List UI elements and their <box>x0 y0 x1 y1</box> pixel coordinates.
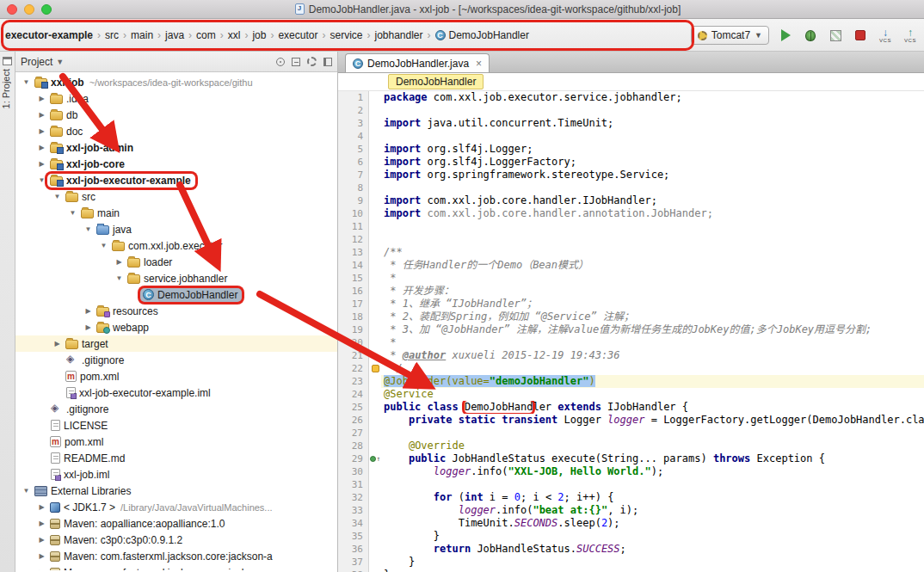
breadcrumb-item-jobhandler[interactable]: jobhandler <box>372 28 425 43</box>
tree-item-xxl-job-executor-example-iml[interactable]: xxl-job-executor-example.iml <box>15 384 337 401</box>
tree-item-doc[interactable]: ▶doc <box>15 123 337 139</box>
tree-item-maven-aopalliance-aopalliance-1-0[interactable]: ▶Maven: aopalliance:aopalliance:1.0 <box>15 515 337 532</box>
tree-expanded-icon[interactable]: ▼ <box>21 78 32 86</box>
code-editor[interactable]: 1package com.xxl.job.executor.service.jo… <box>338 91 924 572</box>
tree-item-xxl-job-core[interactable]: ▶xxl-job-core <box>15 156 337 172</box>
tree-item-src[interactable]: ▼src <box>15 188 337 205</box>
minimize-window-button[interactable] <box>24 4 34 15</box>
code-line-text[interactable]: for (int i = 0; i < 2; i++) { <box>381 491 924 504</box>
code-line-text[interactable]: TimeUnit.SECONDS.sleep(2); <box>381 517 924 530</box>
gear-icon[interactable] <box>307 57 317 66</box>
close-icon[interactable]: × <box>476 58 482 70</box>
tree-item-java[interactable]: ▼java <box>15 221 337 237</box>
code-line-16[interactable]: 16 * 开发步骤： <box>338 285 924 298</box>
breadcrumb-item-job[interactable]: job <box>249 28 268 43</box>
code-line-14[interactable]: 14 * 任务Handler的一个Demo（Bean模式） <box>338 259 924 272</box>
code-line-text[interactable]: @JobHander(value="demoJobHandler") <box>381 375 924 388</box>
code-line-text[interactable] <box>381 181 924 194</box>
tree-expanded-icon[interactable]: ▼ <box>67 209 78 217</box>
code-line-15[interactable]: 15 * <box>338 272 924 285</box>
code-line-text[interactable]: logger.info("beat at:{}", i); <box>381 504 924 517</box>
tree-item-xxl-job-executor-example[interactable]: ▼xxl-job-executor-example <box>15 172 337 188</box>
tree-collapsed-icon[interactable]: ▶ <box>36 569 47 570</box>
tree-item-jdk1-7[interactable]: ▶< JDK1.7 >/Library/Java/JavaVirtualMach… <box>15 499 337 515</box>
project-stripe-button[interactable]: 1: Project <box>1 69 15 108</box>
tree-expanded-icon[interactable]: ▼ <box>21 487 32 495</box>
tree-item-com-xxl-job-executor[interactable]: ▼com.xxl.job.executor <box>15 237 337 254</box>
code-line-text[interactable]: private static transient Logger logger =… <box>381 414 924 427</box>
tree-item-maven-com-fasterxml-jackson-core-jackson-c[interactable]: ▶Maven: com.fasterxml.jackson.core:jacks… <box>15 564 337 570</box>
code-line-text[interactable]: @Service <box>381 388 924 401</box>
code-line-text[interactable]: public JobHandleStatus execute(String...… <box>381 452 924 465</box>
code-line-text[interactable]: * 任务Handler的一个Demo（Bean模式） <box>381 259 924 272</box>
tree-collapsed-icon[interactable]: ▶ <box>36 127 47 135</box>
tree-item-gitignore[interactable]: .gitignore <box>15 401 337 417</box>
breadcrumb-item-service[interactable]: service <box>327 28 365 43</box>
code-line-33[interactable]: 33 logger.info("beat at:{}", i); <box>338 504 924 517</box>
code-line-text[interactable]: * 1、继承 “IJobHandler”； <box>381 298 924 311</box>
tree-expanded-icon[interactable]: ▼ <box>52 193 63 200</box>
code-line-text[interactable]: logger.info("XXL-JOB, Hello World."); <box>381 465 924 478</box>
tree-item-xxl-job-iml[interactable]: xxl-job.iml <box>15 466 337 483</box>
code-line-text[interactable]: } <box>381 569 924 572</box>
code-line-text[interactable]: @Override <box>381 440 924 452</box>
code-line-text[interactable]: return JobHandleStatus.SUCCESS; <box>381 543 924 556</box>
code-line-12[interactable]: 12 <box>338 233 924 246</box>
code-line-22[interactable]: 22 */ <box>338 362 924 375</box>
code-line-35[interactable]: 35 } <box>338 530 924 543</box>
code-line-20[interactable]: 20 * <box>338 336 924 349</box>
run-configuration-select[interactable]: Tomcat7 ▼ <box>691 26 769 45</box>
tree-item-resources[interactable]: ▶resources <box>15 303 337 319</box>
code-line-28[interactable]: 28 @Override <box>338 440 924 452</box>
code-line-1[interactable]: 1package com.xxl.job.executor.service.jo… <box>338 91 924 104</box>
chevron-down-icon[interactable]: ▼ <box>56 58 64 66</box>
code-line-13[interactable]: 13/** <box>338 246 924 259</box>
code-line-25[interactable]: 25public class DemoJobHandler extends IJ… <box>338 401 924 414</box>
tree-item-maven-com-fasterxml-jackson-core-jackson-a[interactable]: ▶Maven: com.fasterxml.jackson.core:jacks… <box>15 548 337 564</box>
code-line-36[interactable]: 36 return JobHandleStatus.SUCCESS; <box>338 543 924 556</box>
tree-item-demojobhandler[interactable]: CDemoJobHandler <box>15 286 337 303</box>
code-line-text[interactable] <box>381 478 924 491</box>
code-line-text[interactable]: import org.slf4j.Logger; <box>381 143 924 156</box>
collapse-all-icon[interactable] <box>292 58 300 66</box>
code-line-11[interactable]: 11 <box>338 220 924 233</box>
tree-item-idea[interactable]: ▶.idea <box>15 90 337 107</box>
breadcrumb-item-executor-example[interactable]: executor-example <box>3 28 95 43</box>
code-line-text[interactable] <box>381 427 924 440</box>
tree-item-xxl-job[interactable]: ▼xxl-job~/workspaces/idea-git-workspace/… <box>15 74 337 90</box>
code-line-31[interactable]: 31 <box>338 478 924 491</box>
tree-collapsed-icon[interactable]: ▶ <box>36 95 47 102</box>
tree-item-external-libraries[interactable]: ▼External Libraries <box>15 483 337 499</box>
vcs-push-button[interactable]: ↑VCS <box>902 27 919 44</box>
tree-expanded-icon[interactable]: ▼ <box>83 225 94 233</box>
tree-item-readme-md[interactable]: README.md <box>15 450 337 466</box>
locate-file-icon[interactable] <box>276 58 285 66</box>
breadcrumb-item-demojobhandler[interactable]: CDemoJobHandler <box>433 28 532 43</box>
code-line-text[interactable]: import org.springframework.stereotype.Se… <box>381 169 924 181</box>
coverage-button[interactable] <box>827 27 844 44</box>
editor-tab-demojobhandler[interactable]: C DemoJobHandler.java × <box>345 53 490 72</box>
code-line-17[interactable]: 17 * 1、继承 “IJobHandler”； <box>338 298 924 311</box>
tree-expanded-icon[interactable]: ▼ <box>114 274 125 282</box>
tree-item-target[interactable]: ▶target <box>15 335 337 352</box>
tree-item-pom-xml[interactable]: mpom.xml <box>15 434 337 450</box>
code-line-6[interactable]: 6import org.slf4j.LoggerFactory; <box>338 156 924 169</box>
debug-button[interactable] <box>802 27 819 44</box>
code-line-text[interactable] <box>381 130 924 143</box>
breadcrumb-item-src[interactable]: src <box>102 28 121 43</box>
tool-window-icon[interactable] <box>3 57 12 65</box>
tree-collapsed-icon[interactable]: ▶ <box>36 111 47 119</box>
tree-collapsed-icon[interactable]: ▶ <box>36 552 47 560</box>
code-line-text[interactable]: } <box>381 530 924 543</box>
code-line-text[interactable]: import java.util.concurrent.TimeUnit; <box>381 117 924 130</box>
code-line-27[interactable]: 27 <box>338 427 924 440</box>
code-line-text[interactable]: * 开发步骤： <box>381 285 924 298</box>
tree-item-main[interactable]: ▼main <box>15 205 337 221</box>
code-line-text[interactable] <box>381 104 924 117</box>
hide-panel-icon[interactable] <box>323 58 332 66</box>
tree-expanded-icon[interactable]: ▼ <box>98 242 109 249</box>
code-line-9[interactable]: 9import com.xxl.job.core.handler.IJobHan… <box>338 194 924 207</box>
tree-item-xxl-job-admin[interactable]: ▶xxl-job-admin <box>15 139 337 156</box>
code-line-38[interactable]: 38} <box>338 569 924 572</box>
code-line-text[interactable]: package com.xxl.job.executor.service.job… <box>381 91 924 104</box>
